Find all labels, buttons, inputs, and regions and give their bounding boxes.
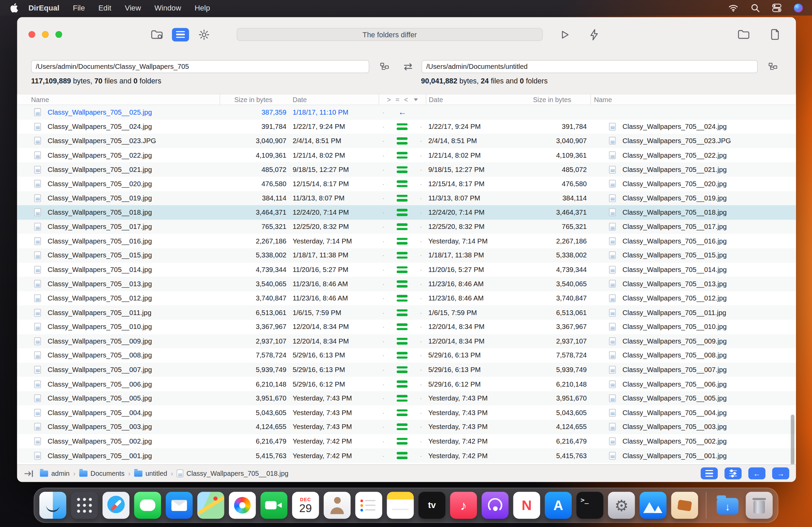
dock-news-icon[interactable]: N [513,492,540,518]
dock-launchpad-icon[interactable] [71,492,98,518]
file-icon [609,194,616,202]
table-row[interactable]: Classy_Wallpapers_705__024.jpg391,7841/2… [17,119,796,133]
dock-photos-icon[interactable] [229,492,256,518]
reveal-file-button[interactable] [767,27,783,42]
compare-indicator: ·· [379,348,426,362]
dock-podcasts-icon[interactable] [482,492,508,518]
choose-folders-button[interactable] [149,27,165,42]
right-path-field[interactable] [422,60,758,73]
table-row[interactable]: Classy_Wallpapers_705__016.jpg2,267,186Y… [17,234,796,248]
dock-finder-icon[interactable] [39,492,66,518]
menu-item-window[interactable]: Window [148,0,188,16]
breadcrumb-item[interactable]: Documents [79,469,125,477]
table-row[interactable]: Classy_Wallpapers_705__025.jpg387,3591/1… [17,105,796,119]
breadcrumb-item[interactable]: Classy_Wallpapers_705__018.jpg [177,469,288,477]
table-row[interactable]: Classy_Wallpapers_705__012.jpg3,740,8471… [17,291,796,305]
siri-icon[interactable] [794,3,803,12]
dock-tv-icon[interactable]: tv [419,492,445,518]
jump-to-selection-icon[interactable] [25,470,34,477]
dock-notes-icon[interactable] [387,492,414,518]
column-header-compare[interactable]: > = < [379,94,426,105]
table-row[interactable]: Classy_Wallpapers_705__017.jpg765,32112/… [17,220,796,234]
table-row[interactable]: Classy_Wallpapers_705__009.jpg2,937,1071… [17,334,796,348]
run-compare-button[interactable] [557,27,573,42]
dock-safari-icon[interactable] [103,492,129,518]
list-view-button[interactable] [701,467,718,479]
column-header-date-left[interactable]: Date [288,94,379,105]
search-icon[interactable] [750,3,760,13]
menu-item-help[interactable]: Help [188,0,217,16]
zoom-button[interactable] [56,31,62,38]
filter-button[interactable] [725,467,741,479]
table-row[interactable]: Classy_Wallpapers_705__002.jpg6,216,479Y… [17,434,796,448]
dock-books-icon[interactable] [671,492,698,518]
dot-icon: · [420,137,422,145]
table-row[interactable]: Classy_Wallpapers_705__001.jpg5,415,763Y… [17,448,796,462]
dock-settings-icon[interactable]: ⚙ [608,492,635,518]
left-tree-toggle-button[interactable] [377,60,392,73]
wifi-icon[interactable] [729,3,738,13]
table-row[interactable]: Classy_Wallpapers_705__010.jpg3,367,9671… [17,320,796,334]
dock-reminders-icon[interactable] [355,492,382,518]
left-path-field[interactable] [31,60,369,73]
table-row[interactable]: Classy_Wallpapers_705__020.jpg476,58012/… [17,177,796,191]
table-row[interactable]: Classy_Wallpapers_705__011.jpg6,513,0611… [17,305,796,320]
breadcrumb-item[interactable]: admin [40,469,70,477]
dock-trash-icon[interactable] [745,492,772,518]
dot-icon: · [420,438,422,445]
menu-item-edit[interactable]: Edit [91,0,118,16]
dock-contacts-icon[interactable] [324,492,350,518]
next-difference-button[interactable]: → [772,467,789,479]
previous-difference-button[interactable]: ← [748,467,765,479]
dock-calendar-icon[interactable]: DEC29 [292,492,319,518]
compare-view-button[interactable] [172,28,189,41]
menu-item-file[interactable]: File [66,0,91,16]
column-header-name-left[interactable]: Name [17,94,219,105]
dock-appstore-icon[interactable]: A [545,492,572,518]
menu-item-view[interactable]: View [118,0,147,16]
right-tree-toggle-button[interactable] [765,60,781,73]
column-header-size-right[interactable]: Size in bytes [522,94,590,105]
table-row[interactable]: Classy_Wallpapers_705__021.jpg485,0729/1… [17,162,796,177]
settings-button[interactable] [196,27,212,42]
quick-sync-button[interactable] [586,27,602,42]
dock-maps-icon[interactable] [197,492,224,518]
dock-terminal-icon[interactable]: >_ [577,492,603,518]
dot-icon: · [420,337,422,345]
dock-facetime-icon[interactable] [261,492,287,518]
table-row[interactable]: Classy_Wallpapers_705__007.jpg5,939,7495… [17,362,796,377]
file-icon [609,151,616,159]
table-row[interactable]: Classy_Wallpapers_705__015.jpg5,338,0021… [17,248,796,262]
column-header-name-right[interactable]: Name [590,94,796,105]
menu-item-app[interactable]: DirEqual [22,0,66,16]
file-icon [34,294,41,302]
minimize-button[interactable] [42,31,49,38]
table-row[interactable]: Classy_Wallpapers_705__019.jpg384,11411/… [17,191,796,205]
table-row[interactable]: Classy_Wallpapers_705__013.jpg3,540,0651… [17,277,796,291]
dock-downloads-icon[interactable]: ↓ [714,492,741,518]
column-header-date-right[interactable]: Date [426,94,522,105]
table-row[interactable]: Classy_Wallpapers_705__018.jpg3,464,3711… [17,205,796,219]
table-row[interactable]: Classy_Wallpapers_705__006.jpg6,210,1485… [17,377,796,391]
table-row[interactable]: Classy_Wallpapers_705__005.jpg3,951,670Y… [17,391,796,405]
column-header-size-left[interactable]: Size in bytes [220,94,288,105]
table-row[interactable]: Classy_Wallpapers_705__008.jpg7,578,7245… [17,348,796,362]
file-size-left: 485,072 [220,162,288,177]
apple-menu-icon[interactable] [11,3,19,13]
table-row[interactable]: Classy_Wallpapers_705__014.jpg4,739,3441… [17,262,796,277]
scrollbar-thumb[interactable] [791,414,794,464]
table-row[interactable]: Classy_Wallpapers_705__023.JPG3,040,9072… [17,134,796,148]
dock-messages-icon[interactable] [134,492,161,518]
table-row[interactable]: Classy_Wallpapers_705__003.jpg4,124,655Y… [17,420,796,434]
table-row[interactable]: Classy_Wallpapers_705__022.jpg4,109,3611… [17,148,796,162]
control-center-icon[interactable] [772,3,782,13]
swap-panels-button[interactable] [402,61,414,73]
dock-mail-icon[interactable] [166,492,192,518]
chevron-down-icon[interactable] [414,98,418,101]
reveal-folder-button[interactable] [736,27,751,42]
dock-music-icon[interactable]: ♪ [450,492,477,518]
close-button[interactable] [28,31,35,38]
table-row[interactable]: Classy_Wallpapers_705__004.jpg5,043,605Y… [17,405,796,420]
breadcrumb-item[interactable]: untitled [134,469,168,477]
dock-direqual-icon[interactable] [639,492,666,518]
